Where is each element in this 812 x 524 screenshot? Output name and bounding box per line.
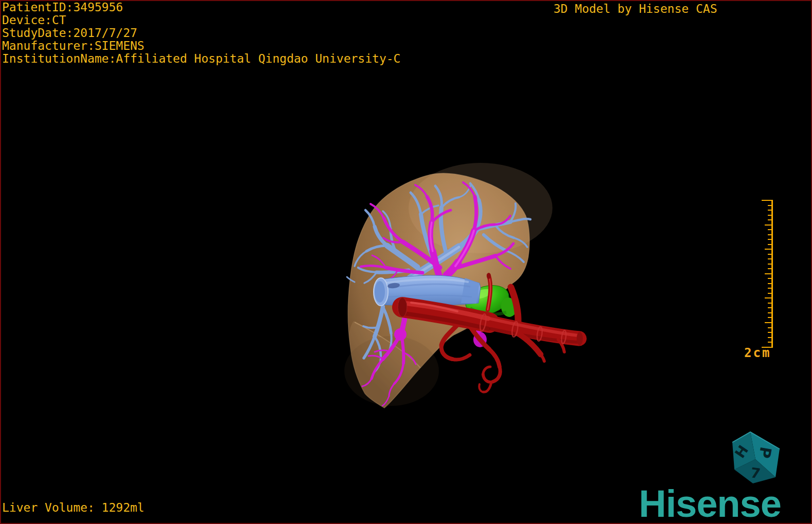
manufacturer-line: Manufacturer:SIEMENS <box>2 40 400 52</box>
patient-id-line: PatientID:3495956 <box>2 1 400 14</box>
viewer-window: PatientID:3495956 Device:CT StudyDate:20… <box>0 0 812 524</box>
hisense-logo: Hisense <box>639 482 781 524</box>
patient-info-overlay: PatientID:3495956 Device:CT StudyDate:20… <box>2 1 400 65</box>
scale-ruler <box>761 200 773 348</box>
device-line: Device:CT <box>2 14 400 27</box>
liver-volume-readout: Liver Volume: 1292ml <box>2 501 144 514</box>
orientation-cube[interactable]: H P 7 <box>727 426 786 488</box>
scale-label: 2cm <box>744 346 771 360</box>
institution-line: InstitutionName:Affiliated Hospital Qing… <box>2 52 400 65</box>
study-date-line: StudyDate:2017/7/27 <box>2 27 400 40</box>
model-viewport[interactable] <box>0 0 812 524</box>
watermark-text: 3D Model by Hisense CAS <box>553 2 717 15</box>
